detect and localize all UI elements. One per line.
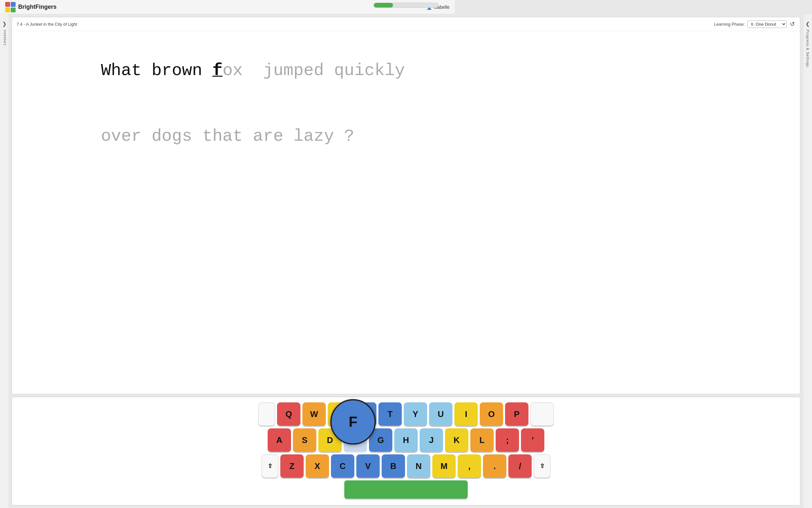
app-logo-icon xyxy=(5,2,15,12)
pending-text-2: over dogs that are lazy ? xyxy=(101,127,354,146)
logo-area: BrightFingers xyxy=(5,2,56,12)
typing-line-1: What brown fox jumped quickly xyxy=(20,38,455,104)
progress-bar-fill xyxy=(374,3,393,7)
lessons-panel-label: Lessons xyxy=(3,30,6,45)
lessons-panel[interactable]: ❯ Lessons xyxy=(0,14,9,280)
typing-line-2: over dogs that are lazy ? xyxy=(20,104,455,170)
lesson-title: 7.4 - A Junket in the City of Light xyxy=(16,22,77,27)
svg-rect-0 xyxy=(5,2,10,7)
svg-rect-2 xyxy=(5,7,10,12)
main-content: 7.4 - A Junket in the City of Light Lear… xyxy=(9,14,455,280)
typing-section: 7.4 - A Junket in the City of Light Lear… xyxy=(12,17,455,280)
current-char: f xyxy=(212,61,223,80)
typing-header: 7.4 - A Junket in the City of Light Lear… xyxy=(12,17,455,31)
typed-text-1: What brown xyxy=(101,61,212,80)
progress-bar xyxy=(374,3,438,8)
app-title: BrightFingers xyxy=(18,4,56,10)
lessons-panel-arrow[interactable]: ❯ xyxy=(2,21,6,27)
svg-rect-1 xyxy=(11,2,15,7)
app-header: BrightFingers 👤 Isabelle xyxy=(0,0,455,14)
pending-text-1: ox jumped quickly xyxy=(223,61,405,80)
svg-rect-3 xyxy=(11,7,15,12)
typing-text-area: What brown fox jumped quickly over dogs … xyxy=(12,31,455,280)
